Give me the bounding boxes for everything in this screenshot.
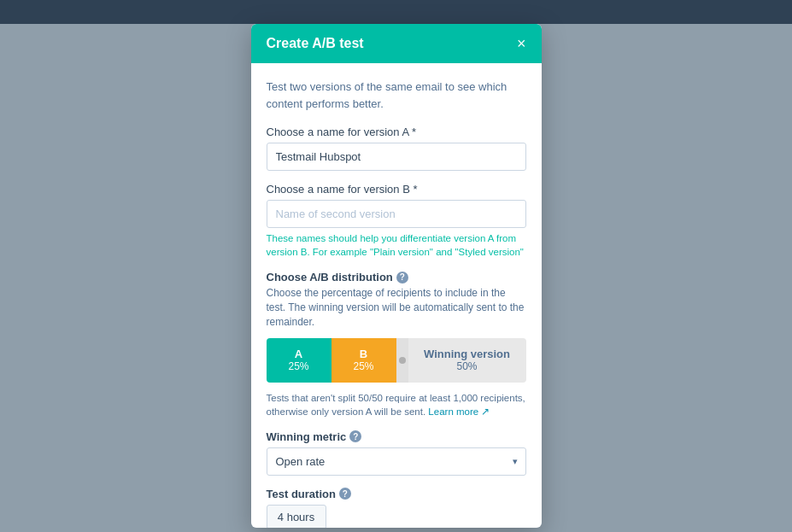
modal-description: Test two versions of the same email to s…	[267, 79, 526, 112]
duration-input-wrapper: 4 hours	[267, 505, 526, 528]
dist-a-segment: A 25%	[267, 338, 331, 383]
modal-backdrop: Create A/B test × Test two versions of t…	[0, 0, 792, 532]
version-names-hint: These names should help you differentiat…	[267, 231, 526, 259]
external-link-icon: ↗	[481, 406, 490, 417]
dist-winner-pct: 50%	[456, 360, 477, 372]
ab-test-modal: Create A/B test × Test two versions of t…	[251, 24, 542, 528]
duration-value: 4 hours	[267, 505, 326, 528]
dist-separator	[396, 338, 408, 383]
winning-metric-group: Winning metric ? Open rate Click rate Re…	[267, 430, 526, 476]
dist-winner-label: Winning version	[424, 348, 510, 360]
test-duration-help-icon[interactable]: ?	[339, 488, 351, 500]
version-b-group: Choose a name for version B * These name…	[267, 183, 526, 259]
version-b-label: Choose a name for version B *	[267, 183, 526, 196]
version-a-input[interactable]	[267, 143, 526, 171]
close-button[interactable]: ×	[517, 36, 526, 51]
version-a-group: Choose a name for version A *	[267, 126, 526, 171]
distribution-description: Choose the percentage of recipients to i…	[267, 286, 526, 329]
modal-header: Create A/B test ×	[251, 24, 542, 63]
learn-more-link[interactable]: Learn more ↗	[428, 406, 490, 417]
dist-winner-segment: Winning version 50%	[408, 338, 526, 383]
dist-b-pct: 25%	[353, 360, 373, 372]
distribution-title: Choose A/B distribution ?	[267, 271, 526, 284]
modal-body: Test two versions of the same email to s…	[251, 63, 542, 528]
distribution-note: Tests that aren't split 50/50 require at…	[267, 391, 526, 418]
distribution-help-icon[interactable]: ?	[396, 272, 408, 284]
distribution-group: Choose A/B distribution ? Choose the per…	[267, 271, 526, 418]
winning-metric-select-wrapper: Open rate Click rate Revenue ▾	[267, 447, 526, 476]
test-duration-group: Test duration ? 4 hours 1 100	[267, 488, 526, 528]
winning-metric-select[interactable]: Open rate Click rate Revenue	[267, 447, 526, 476]
modal-title: Create A/B test	[267, 36, 364, 51]
dist-b-segment: B 25%	[331, 338, 396, 383]
dist-a-pct: 25%	[288, 360, 308, 372]
version-a-label: Choose a name for version A *	[267, 126, 526, 138]
dist-a-label: A	[295, 348, 302, 360]
winning-metric-title: Winning metric ?	[267, 430, 526, 443]
distribution-bar: A 25% B 25% Winning version 50%	[267, 338, 526, 383]
version-b-input[interactable]	[267, 200, 526, 228]
dist-b-label: B	[360, 348, 367, 360]
test-duration-title: Test duration ?	[267, 488, 526, 500]
winning-metric-help-icon[interactable]: ?	[349, 430, 361, 442]
